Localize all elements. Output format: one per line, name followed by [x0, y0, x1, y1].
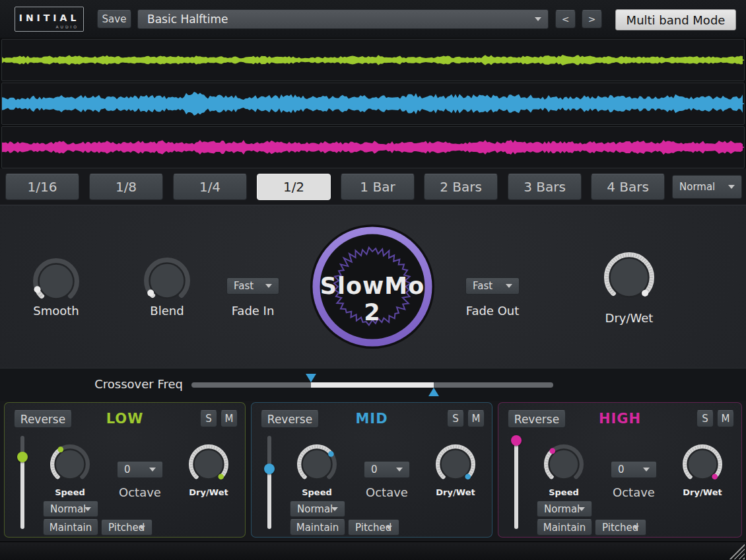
speed-knob[interactable]: [50, 444, 90, 487]
maintain-button[interactable]: Maintain: [537, 519, 592, 536]
octave-value: 0: [371, 464, 378, 475]
speed-knob[interactable]: [543, 444, 584, 487]
resize-grip[interactable]: [729, 543, 745, 559]
speed-label: Speed: [37, 487, 103, 497]
band-level-slider[interactable]: [511, 435, 522, 530]
drywet-knob[interactable]: [603, 252, 655, 306]
division-button-1-8[interactable]: 1/8: [89, 174, 163, 200]
chevron-down-icon: [632, 526, 639, 530]
chevron-down-icon: [386, 526, 392, 530]
smooth-label: Smooth: [17, 304, 96, 318]
waveform-display: [0, 38, 746, 168]
slowmo-logo: SlowMo 2: [310, 224, 435, 349]
band-drywet-knob[interactable]: [435, 444, 476, 487]
speed-mode-value: Normal: [50, 503, 86, 515]
division-button-1-16[interactable]: 1/16: [5, 174, 79, 200]
crossover-track[interactable]: [191, 382, 553, 388]
division-button-3-bars[interactable]: 3 Bars: [508, 174, 582, 200]
crossover-low-handle[interactable]: [306, 374, 316, 382]
blend-label: Blend: [127, 304, 207, 318]
fade-in-label: Fade In: [213, 304, 292, 318]
solo-button[interactable]: S: [200, 410, 217, 427]
fade-out-value: Fast: [473, 280, 492, 292]
multi-band-mode-button[interactable]: Multi band Mode: [615, 9, 736, 30]
octave-dropdown[interactable]: 0: [611, 461, 657, 478]
chevron-down-icon: [578, 507, 585, 511]
preset-value: Basic Halftime: [147, 13, 228, 26]
division-button-1-4[interactable]: 1/4: [173, 174, 247, 200]
chevron-down-icon: [139, 526, 145, 530]
speed-mode-value: Normal: [297, 503, 333, 515]
division-button-2-bars[interactable]: 2 Bars: [424, 174, 498, 200]
preset-dropdown[interactable]: Basic Halftime: [137, 9, 549, 29]
plugin-window: INITIAL AUDIO Save Basic Halftime < > Mu…: [0, 0, 746, 560]
division-button-4-bars[interactable]: 4 Bars: [591, 174, 665, 200]
drywet-label: Dry/Wet: [590, 311, 669, 325]
fade-out-dropdown[interactable]: Fast: [465, 277, 520, 295]
band-panel-low: Reverse LOW S M Speed 0 Octave Dry/Wet N…: [4, 402, 246, 538]
initial-audio-logo: INITIAL AUDIO: [15, 7, 84, 32]
chevron-down-icon: [643, 468, 650, 472]
speed-mode-dropdown[interactable]: Normal: [290, 501, 345, 517]
mute-button[interactable]: M: [717, 410, 734, 427]
top-bar: INITIAL AUDIO Save Basic Halftime < > Mu…: [0, 0, 746, 38]
octave-dropdown[interactable]: 0: [117, 461, 163, 478]
high-band-waveform: [1, 126, 745, 168]
maintain-button[interactable]: Maintain: [43, 519, 98, 536]
band-drywet-knob[interactable]: [682, 444, 723, 487]
pitch-dropdown[interactable]: Pitched: [101, 519, 153, 536]
slowmo-logo-text: SlowMo 2: [310, 273, 435, 326]
band-sections: Reverse LOW S M Speed 0 Octave Dry/Wet N…: [0, 401, 746, 542]
octave-dropdown[interactable]: 0: [364, 461, 410, 478]
maintain-button[interactable]: Maintain: [290, 519, 345, 536]
blend-knob[interactable]: [143, 257, 191, 307]
logo-subtitle: AUDIO: [55, 24, 79, 29]
crossover-high-handle[interactable]: [428, 388, 439, 396]
mute-button[interactable]: M: [467, 410, 485, 427]
mute-button[interactable]: M: [220, 410, 238, 427]
speed-knob[interactable]: [296, 444, 337, 487]
pitch-dropdown[interactable]: Pitched: [595, 519, 646, 536]
band-panel-high: Reverse HIGH S M Speed 0 Octave Dry/Wet …: [498, 402, 742, 538]
chevron-down-icon: [331, 507, 338, 511]
division-button-1-bar[interactable]: 1 Bar: [341, 174, 415, 200]
mid-band-waveform: [1, 83, 745, 125]
pitch-dropdown[interactable]: Pitched: [348, 519, 399, 536]
logo-title: INITIAL: [15, 13, 83, 23]
fade-in-value: Fast: [234, 280, 254, 292]
speed-label: Speed: [531, 487, 597, 497]
playback-mode-value: Normal: [679, 181, 715, 193]
division-button-1-2[interactable]: 1/2: [257, 174, 331, 200]
main-controls-section: Smooth Blend Fast Fade In SlowMo 2 Fast: [0, 205, 746, 368]
chevron-down-icon: [85, 507, 91, 511]
octave-label: Octave: [351, 485, 423, 499]
solo-button[interactable]: S: [447, 410, 464, 427]
band-drywet-knob[interactable]: [188, 444, 229, 487]
fade-out-label: Fade Out: [453, 304, 532, 318]
speed-mode-dropdown[interactable]: Normal: [43, 501, 98, 517]
speed-mode-value: Normal: [544, 503, 580, 515]
chevron-down-icon: [396, 468, 403, 472]
octave-label: Octave: [104, 485, 176, 499]
chevron-down-icon: [265, 284, 272, 288]
band-level-slider[interactable]: [17, 435, 28, 530]
band-drywet-label: Dry/Wet: [423, 487, 489, 497]
playback-mode-dropdown[interactable]: Normal: [672, 175, 742, 199]
crossover-label: Crossover Freq: [0, 377, 183, 391]
speed-label: Speed: [284, 487, 350, 497]
crossover-section: Crossover Freq: [0, 368, 746, 402]
status-bar: [0, 542, 746, 560]
band-level-slider[interactable]: [264, 435, 275, 530]
band-drywet-label: Dry/Wet: [176, 487, 242, 497]
save-button[interactable]: Save: [97, 10, 131, 28]
solo-button[interactable]: S: [696, 410, 714, 427]
fade-in-dropdown[interactable]: Fast: [226, 277, 279, 295]
next-preset-button[interactable]: >: [582, 10, 602, 28]
crossover-active-segment: [311, 382, 434, 388]
smooth-knob[interactable]: [32, 258, 80, 308]
octave-value: 0: [618, 464, 625, 475]
previous-preset-button[interactable]: <: [555, 10, 576, 28]
low-band-waveform: [1, 39, 745, 81]
chevron-down-icon: [535, 17, 541, 21]
speed-mode-dropdown[interactable]: Normal: [537, 501, 592, 517]
